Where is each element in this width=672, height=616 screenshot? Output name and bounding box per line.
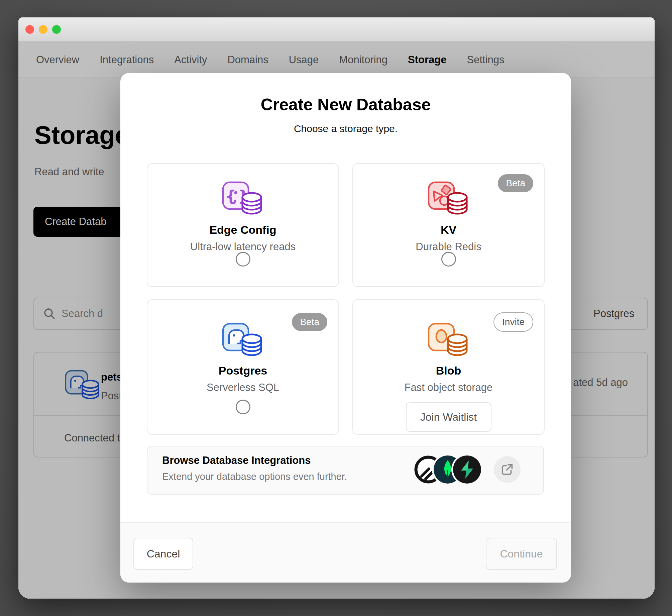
macos-window: Overview Integrations Activity Domains U… [18,17,655,599]
traffic-lights [25,25,61,34]
continue-button[interactable]: Continue [486,538,557,570]
create-database-modal: Create New Database Choose a storage typ… [120,73,571,583]
window-titlebar [18,17,655,42]
edge-config-icon: { } , [222,181,264,217]
cancel-button[interactable]: Cancel [133,538,193,570]
card-title-kv: KV [353,223,544,236]
screenshot-root: Overview Integrations Activity Domains U… [0,0,672,616]
modal-subtitle: Choose a storage type. [120,123,571,134]
card-description-edge-config: Ultra-low latency reads [147,241,338,253]
join-waitlist-button[interactable]: Join Waitlist [406,402,491,432]
card-description-kv: Durable Redis [353,241,544,253]
card-title-edge-config: Edge Config [147,223,338,236]
integrations-subtitle: Extend your database options even furthe… [162,471,347,482]
kv-redis-icon [428,181,470,217]
blob-invite-badge: Invite [493,312,533,332]
open-integrations-button[interactable] [494,456,521,483]
browse-integrations-row[interactable]: Browse Database Integrations Extend your… [147,446,544,495]
card-title-blob: Blob [353,364,544,377]
external-link-icon [499,462,515,477]
card-title-postgres: Postgres [147,364,338,377]
postgres-icon [222,323,264,358]
edge-config-radio[interactable] [236,252,250,267]
svg-text:,: , [233,191,237,205]
blob-icon [428,323,470,358]
modal-title: Create New Database [120,95,571,114]
card-description-postgres: Serverless SQL [147,382,338,394]
kv-radio[interactable] [441,252,456,267]
modal-footer: Cancel Continue [120,522,571,583]
storage-option-blob[interactable]: Invite Blob Fast object storage [352,299,545,435]
storage-option-postgres[interactable]: Beta Postgres Serve [147,299,339,435]
supabase-logo [453,455,481,484]
kv-beta-badge: Beta [498,174,533,192]
postgres-beta-badge: Beta [292,313,327,331]
card-description-blob: Fast object storage [353,382,544,394]
minimize-window-button[interactable] [39,25,47,34]
zoom-window-button[interactable] [52,25,61,34]
integrations-title: Browse Database Integrations [162,454,311,467]
close-window-button[interactable] [25,25,34,34]
postgres-radio[interactable] [236,400,250,414]
storage-option-kv[interactable]: Beta KV [352,163,545,287]
storage-option-edge-config[interactable]: { } , Edge Config Ultra-low latency read… [147,163,339,287]
